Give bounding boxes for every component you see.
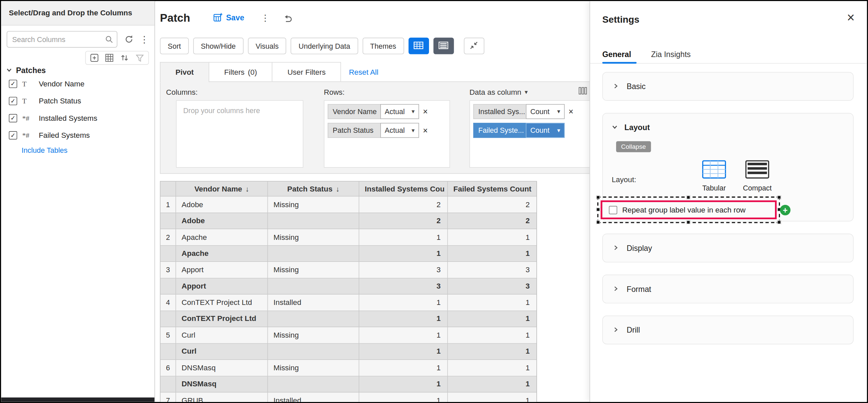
collapse-panel-button[interactable]	[464, 38, 484, 54]
show-hide-button[interactable]: Show/Hide	[193, 38, 244, 54]
cell-installed-count[interactable]: 1	[359, 294, 448, 311]
checkbox-checked[interactable]: ✓	[9, 131, 17, 140]
tabular-view-button[interactable]	[408, 38, 429, 54]
cell-failed-count[interactable]: 1	[448, 229, 536, 246]
repeat-group-checkbox[interactable]	[609, 206, 617, 214]
cell-failed-count[interactable]: 3	[448, 262, 536, 278]
tab-zia-insights[interactable]: Zia Insights	[651, 50, 691, 59]
add-column-icon[interactable]	[90, 54, 98, 62]
more-options-icon[interactable]: ⋮	[261, 12, 270, 23]
section-display[interactable]: Display	[602, 234, 853, 262]
columns-dropzone[interactable]: Drop your columns here	[176, 100, 304, 167]
aggregation-select[interactable]: Actual▾	[380, 123, 419, 138]
cell-patch-status[interactable]	[268, 344, 359, 360]
remove-pill-icon[interactable]: ×	[423, 126, 428, 134]
row-pill-patch-status[interactable]: Patch Status Actual▾ ×	[328, 123, 446, 138]
header-installed-systems-count[interactable]: Installed Systems Cou	[359, 182, 448, 196]
sort-descending-icon[interactable]: ↓	[336, 185, 340, 193]
cell-failed-count[interactable]: 3	[448, 278, 536, 294]
cell-failed-count[interactable]: 1	[448, 327, 536, 344]
cell-vendor-name[interactable]: Curl	[176, 344, 268, 360]
cell-installed-count[interactable]: 2	[359, 213, 448, 229]
cell-vendor-name[interactable]: ConTEXT Project Ltd	[176, 311, 268, 327]
columns-layout-icon[interactable]	[579, 87, 587, 95]
cell-patch-status[interactable]	[268, 213, 359, 229]
field-item-installed-systems[interactable]: ✓ *# Installed Systems	[1, 110, 154, 127]
close-icon[interactable]: ×	[847, 11, 855, 24]
patches-tree-header[interactable]: Patches	[6, 65, 46, 75]
themes-button[interactable]: Themes	[362, 38, 404, 54]
reset-all-link[interactable]: Reset All	[349, 68, 378, 76]
tab-user-filters[interactable]: User Filters	[272, 62, 341, 82]
cell-installed-count[interactable]: 3	[359, 262, 448, 278]
cell-installed-count[interactable]: 1	[359, 393, 448, 403]
include-tables-link[interactable]: Include Tables	[22, 146, 68, 154]
checkbox-checked[interactable]: ✓	[9, 97, 17, 105]
cell-failed-count[interactable]: 1	[448, 246, 536, 262]
header-patch-status[interactable]: Patch Status ↓	[268, 182, 359, 196]
tab-general[interactable]: General	[602, 50, 631, 59]
sort-button[interactable]: Sort	[160, 38, 189, 54]
cell-patch-status[interactable]: Missing	[268, 229, 359, 246]
remove-pill-icon[interactable]: ×	[568, 107, 574, 116]
cell-patch-status[interactable]	[268, 278, 359, 294]
remove-pill-icon[interactable]: ×	[423, 107, 428, 116]
cell-vendor-name[interactable]: DNSMasq	[176, 360, 268, 376]
cell-installed-count[interactable]: 1	[359, 376, 448, 393]
section-drill[interactable]: Drill	[602, 316, 853, 344]
cell-patch-status[interactable]: Missing	[268, 196, 359, 213]
cell-patch-status[interactable]	[268, 246, 359, 262]
checkbox-checked[interactable]: ✓	[9, 114, 17, 122]
field-item-failed-systems[interactable]: ✓ *# Failed Systems	[1, 127, 154, 144]
visuals-button[interactable]: Visuals	[248, 38, 286, 54]
refresh-icon[interactable]	[124, 35, 133, 44]
cell-patch-status[interactable]: Missing	[268, 262, 359, 278]
data-dropzone[interactable]: Installed Sys... Count▾ × Failed Syste..…	[469, 100, 605, 167]
cell-vendor-name[interactable]: Adobe	[176, 196, 268, 213]
data-pill-failed-systems[interactable]: Failed Syste... Count▾ ×	[473, 123, 601, 138]
row-pill-vendor-name[interactable]: Vendor Name Actual▾ ×	[328, 104, 446, 119]
cell-vendor-name[interactable]: Apport	[176, 278, 268, 294]
cell-patch-status[interactable]: Missing	[268, 327, 359, 344]
cell-vendor-name[interactable]: Curl	[176, 327, 268, 344]
sidebar-more-icon[interactable]: ⋮	[140, 35, 149, 44]
cell-vendor-name[interactable]: Apport	[176, 262, 268, 278]
cell-installed-count[interactable]: 3	[359, 278, 448, 294]
cell-vendor-name[interactable]: ConTEXT Project Ltd	[176, 294, 268, 311]
tab-filters[interactable]: Filters (0)	[209, 62, 273, 82]
cell-vendor-name[interactable]: Apache	[176, 246, 268, 262]
compact-view-button[interactable]	[433, 38, 454, 54]
data-as-column-dropdown[interactable]: Data as column ▾	[469, 88, 528, 96]
tab-pivot[interactable]: Pivot	[160, 62, 210, 83]
section-format[interactable]: Format	[602, 275, 853, 303]
cell-installed-count[interactable]: 1	[359, 311, 448, 327]
rows-dropzone[interactable]: Vendor Name Actual▾ × Patch Status Actua…	[324, 100, 450, 167]
cell-patch-status[interactable]: Missing	[268, 360, 359, 376]
filter-columns-icon[interactable]	[136, 54, 144, 62]
header-failed-systems-count[interactable]: Failed Systems Count	[448, 182, 536, 196]
cell-failed-count[interactable]: 1	[448, 393, 536, 403]
aggregation-select[interactable]: Count▾	[526, 104, 564, 119]
layout-option-compact[interactable]: Compact	[739, 160, 776, 192]
sort-descending-icon[interactable]: ↓	[246, 185, 249, 193]
cell-failed-count[interactable]: 2	[448, 196, 536, 213]
cell-vendor-name[interactable]: Apache	[176, 229, 268, 246]
undo-icon[interactable]	[283, 14, 292, 22]
layout-section-header[interactable]: Layout	[612, 122, 650, 132]
field-item-vendor-name[interactable]: ✓ T Vendor Name	[1, 75, 154, 92]
section-basic[interactable]: Basic	[602, 72, 853, 101]
cell-installed-count[interactable]: 2	[359, 196, 448, 213]
cell-patch-status[interactable]: Installed	[268, 393, 359, 403]
cell-vendor-name[interactable]: GRUB	[176, 393, 268, 403]
cell-patch-status[interactable]	[268, 376, 359, 393]
sort-columns-icon[interactable]	[120, 54, 129, 62]
cell-vendor-name[interactable]: DNSMasq	[176, 376, 268, 393]
field-item-patch-status[interactable]: ✓ T Patch Status	[1, 92, 154, 110]
cell-failed-count[interactable]: 1	[448, 311, 536, 327]
cell-installed-count[interactable]: 1	[359, 246, 448, 262]
data-pill-installed-systems[interactable]: Installed Sys... Count▾ ×	[473, 104, 601, 119]
cell-installed-count[interactable]: 1	[359, 229, 448, 246]
cell-patch-status[interactable]: Installed	[268, 294, 359, 311]
cell-vendor-name[interactable]: Adobe	[176, 213, 268, 229]
cell-failed-count[interactable]: 1	[448, 360, 536, 376]
